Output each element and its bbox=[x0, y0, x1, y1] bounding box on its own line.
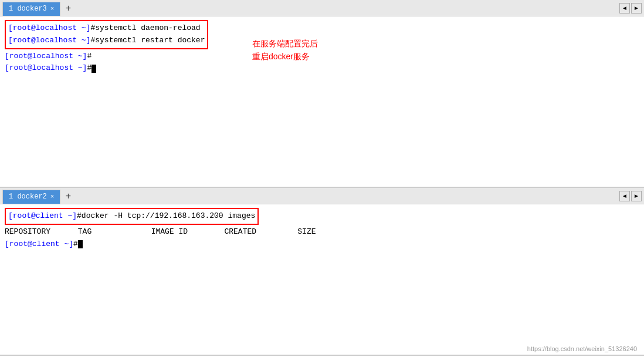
watermark: https://blog.csdn.net/weixin_51326240 bbox=[527, 345, 637, 352]
top-tab-label: 1 docker3 bbox=[9, 5, 47, 13]
top-terminal-content: [root@localhost ~]#systemctl daemon-relo… bbox=[0, 16, 644, 187]
bottom-terminal-content: [root@client ~]#docker -H tcp://192.168.… bbox=[0, 204, 644, 355]
bottom-tab-label: 1 docker2 bbox=[9, 193, 47, 201]
terminal-line-3: [root@localhost ~]# bbox=[5, 50, 639, 63]
cursor-bottom bbox=[78, 240, 83, 248]
bottom-tab-next[interactable]: ► bbox=[631, 191, 642, 201]
prompt-4: [root@localhost ~] bbox=[5, 62, 87, 75]
top-tab-bar: 1 docker3 × + ◄ ► bbox=[0, 0, 644, 16]
terminal-line-4: [root@localhost ~]# bbox=[5, 62, 639, 75]
bottom-prompt-3: [root@client ~] bbox=[5, 238, 73, 251]
prompt-1: [root@localhost ~] bbox=[8, 22, 90, 35]
prompt-3: [root@localhost ~] bbox=[5, 50, 87, 63]
cmd-4: # bbox=[87, 62, 91, 75]
bottom-prompt-1: [root@client ~] bbox=[8, 210, 77, 223]
bottom-tab-add[interactable]: + bbox=[62, 190, 74, 203]
cursor-top bbox=[91, 65, 96, 73]
prompt-2: [root@localhost ~] bbox=[8, 35, 90, 47]
bottom-tab-nav: ◄ ► bbox=[619, 191, 642, 201]
bottom-terminal-line-1: [root@client ~]#docker -H tcp://192.168.… bbox=[8, 210, 255, 223]
cmd-3: # bbox=[87, 50, 91, 63]
cmd-2: #systemctl restart docker bbox=[90, 35, 205, 47]
bottom-terminal-line-3: [root@client ~]# bbox=[5, 238, 639, 251]
bottom-terminal-panel: 1 docker2 × + ◄ ► [root@client ~]#docker… bbox=[0, 188, 644, 356]
bottom-output-line: REPOSITORY TAG IMAGE ID CREATED SIZE bbox=[5, 226, 639, 238]
terminal-line-1: [root@localhost ~]#systemctl daemon-relo… bbox=[8, 22, 205, 35]
bottom-tab-close[interactable]: × bbox=[50, 193, 55, 200]
bottom-cmd-1: #docker -H tcp://192.168.163.200 images bbox=[77, 210, 255, 223]
terminal-line-2: [root@localhost ~]#systemctl restart doc… bbox=[8, 35, 205, 47]
top-tab[interactable]: 1 docker3 × bbox=[2, 2, 60, 16]
bottom-cmd-3: # bbox=[73, 238, 78, 251]
top-terminal-panel: 1 docker3 × + ◄ ► [root@localhost ~]#sys… bbox=[0, 0, 644, 188]
top-annotation-line1: 在服务端配置完后 bbox=[252, 37, 318, 50]
top-tab-prev[interactable]: ◄ bbox=[619, 3, 630, 14]
top-annotation-line2: 重启docker服务 bbox=[252, 50, 318, 63]
top-tab-next[interactable]: ► bbox=[631, 3, 642, 14]
bottom-tab-bar: 1 docker2 × + ◄ ► bbox=[0, 188, 644, 204]
top-annotation: 在服务端配置完后 重启docker服务 bbox=[252, 37, 318, 63]
bottom-tab-prev[interactable]: ◄ bbox=[619, 191, 630, 201]
top-tab-add[interactable]: + bbox=[62, 2, 74, 15]
bottom-tab[interactable]: 1 docker2 × bbox=[2, 190, 60, 204]
cmd-1: #systemctl daemon-reload bbox=[90, 22, 200, 35]
top-tab-close[interactable]: × bbox=[50, 5, 55, 12]
top-tab-nav: ◄ ► bbox=[619, 3, 642, 14]
